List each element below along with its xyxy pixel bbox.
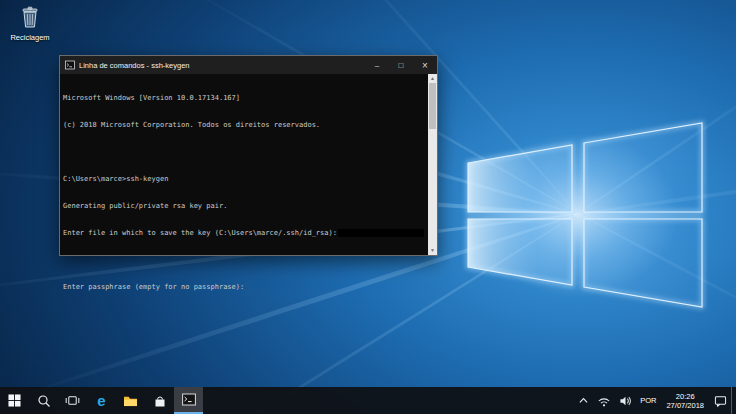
recycle-bin[interactable]: Reciclagem	[4, 6, 56, 42]
volume-button[interactable]	[615, 387, 636, 414]
clock-time: 20:26	[666, 392, 704, 401]
system-tray: POR 20:26 27/07/2018	[574, 387, 736, 414]
windows-logo-icon	[460, 115, 710, 315]
language-indicator[interactable]: POR	[636, 387, 660, 414]
edge-button[interactable]: e	[87, 387, 116, 414]
window-title: Linha de comandos - ssh-keygen	[79, 61, 365, 70]
maximize-button[interactable]: □	[389, 56, 413, 74]
terminal-body[interactable]: Microsoft Windows [Version 10.0.17134.16…	[60, 74, 437, 255]
command-prompt-window: Linha de comandos - ssh-keygen – □ × Mic…	[59, 55, 438, 256]
chevron-up-icon	[578, 396, 589, 405]
task-view-button[interactable]	[58, 387, 87, 414]
terminal-line: Generating public/private rsa key pair.	[63, 202, 425, 211]
close-button[interactable]: ×	[413, 56, 437, 74]
task-view-icon	[65, 394, 80, 407]
start-button[interactable]	[0, 387, 29, 414]
action-center-icon	[714, 395, 727, 407]
network-button[interactable]	[593, 387, 615, 414]
minimize-button[interactable]: –	[365, 56, 389, 74]
window-titlebar[interactable]: Linha de comandos - ssh-keygen – □ ×	[60, 56, 437, 74]
vertical-scrollbar[interactable]: ▲ ▼	[428, 74, 437, 255]
scrollbar-track[interactable]	[428, 83, 437, 246]
speaker-icon	[619, 395, 632, 407]
recycle-bin-label: Reciclagem	[4, 33, 56, 42]
terminal-line: Enter file in which to save the key (C:\…	[63, 229, 425, 238]
taskbar-command-prompt-button[interactable]	[174, 387, 203, 414]
search-icon	[37, 394, 51, 408]
file-explorer-button[interactable]	[116, 387, 145, 414]
recycle-bin-icon	[20, 6, 40, 28]
terminal-line	[63, 256, 425, 265]
wifi-icon	[597, 395, 611, 407]
action-center-button[interactable]	[710, 387, 731, 414]
terminal-line	[63, 148, 425, 157]
language-label: POR	[640, 396, 656, 405]
scroll-up-arrow[interactable]: ▲	[428, 74, 437, 83]
tray-expand-button[interactable]	[574, 387, 593, 414]
store-icon	[153, 394, 167, 408]
terminal-line: (c) 2018 Microsoft Corporation. Todos os…	[63, 121, 425, 130]
edge-icon: e	[97, 393, 105, 408]
search-button[interactable]	[29, 387, 58, 414]
scrollbar-thumb[interactable]	[429, 83, 436, 129]
show-desktop-button[interactable]	[731, 387, 736, 414]
terminal-line: Microsoft Windows [Version 10.0.17134.16…	[63, 94, 425, 103]
cmd-icon	[65, 60, 75, 70]
selection-highlight	[338, 229, 424, 237]
store-button[interactable]	[145, 387, 174, 414]
cmd-taskbar-icon	[182, 393, 196, 406]
file-explorer-icon	[123, 394, 138, 407]
clock[interactable]: 20:26 27/07/2018	[660, 392, 710, 410]
clock-date: 27/07/2018	[666, 401, 704, 410]
terminal-output[interactable]: Microsoft Windows [Version 10.0.17134.16…	[60, 74, 428, 255]
terminal-line: C:\Users\marce>ssh-keygen	[63, 175, 425, 184]
terminal-line-text: Enter file in which to save the key (C:\…	[63, 229, 337, 237]
scroll-down-arrow[interactable]: ▼	[428, 246, 437, 255]
taskbar: e	[0, 387, 736, 414]
windows-start-icon	[8, 394, 21, 407]
terminal-line: Enter passphrase (empty for no passphras…	[63, 283, 425, 292]
